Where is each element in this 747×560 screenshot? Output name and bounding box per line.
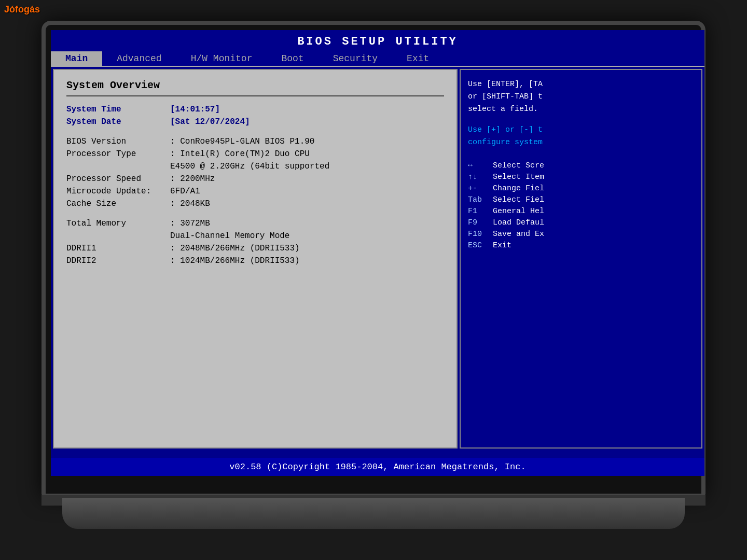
key-plusminus-desc: Change Fiel — [493, 184, 544, 193]
watermark: Jófogás — [4, 4, 40, 15]
nav-exit[interactable]: Exit — [392, 51, 444, 66]
dual-channel-row: Dual-Channel Memory Mode — [66, 231, 444, 241]
spacer1 — [66, 130, 444, 137]
processor-type-row: Processor Type : Intel(R) Core(TM)2 Duo … — [66, 149, 444, 159]
cache-size-row: Cache Size : 2048KB — [66, 199, 444, 208]
processor-speed-row: Processor Speed : 2200MHz — [66, 174, 444, 184]
key-plusminus: +- — [468, 184, 493, 193]
processor-type-value: : Intel(R) Core(TM)2 Duo CPU — [170, 149, 310, 159]
key-f1-desc: General Hel — [493, 207, 544, 216]
nav-main[interactable]: Main — [51, 51, 102, 66]
bios-version-row: BIOS Version : ConRoe945PL-GLAN BIOS P1.… — [66, 137, 444, 146]
spacer2 — [66, 212, 444, 219]
total-memory-row: Total Memory : 3072MB — [66, 219, 444, 228]
microcode-value: 6FD/A1 — [170, 187, 200, 196]
key-row-f9: F9 Load Defaul — [468, 218, 694, 227]
key-f9-desc: Load Defaul — [493, 218, 544, 227]
bios-version-value: : ConRoe945PL-GLAN BIOS P1.90 — [170, 137, 314, 146]
key-esc-desc: Exit — [493, 241, 511, 250]
key-f10: F10 — [468, 230, 493, 239]
help-text-2: Use [+] or [-] t configure system — [468, 124, 694, 149]
total-memory-value: : 3072MB — [170, 219, 210, 228]
bios-version-label: BIOS Version — [66, 137, 170, 146]
bios-title: BIOS SETUP UTILITY — [51, 30, 704, 51]
key-row-esc: ESC Exit — [468, 241, 694, 250]
section-title: System Overview — [66, 79, 444, 91]
key-updown: ↑↓ — [468, 173, 493, 181]
key-legend: ↔ Select Scre ↑↓ Select Item +- Change F… — [468, 161, 694, 250]
system-date-label: System Date — [66, 117, 170, 127]
bios-content: System Overview System Time [14:01:57] S… — [51, 67, 704, 451]
system-date-row: System Date [Sat 12/07/2024] — [66, 117, 444, 127]
nav-advanced[interactable]: Advanced — [102, 51, 176, 66]
key-row-tab: Tab Select Fiel — [468, 195, 694, 204]
key-f9: F9 — [468, 218, 493, 227]
key-updown-desc: Select Item — [493, 173, 544, 181]
key-f1: F1 — [468, 207, 493, 216]
processor-speed-value: : 2200MHz — [170, 174, 215, 184]
key-row-f1: F1 General Hel — [468, 207, 694, 216]
laptop-screen-frame: BIOS SETUP UTILITY Main Advanced H/W Mon… — [42, 21, 706, 498]
help-text-1: Use [ENTER], [TA or [SHIFT-TAB] t select… — [468, 78, 694, 116]
system-time-row: System Time [14:01:57] — [66, 105, 444, 114]
system-time-value[interactable]: [14:01:57] — [170, 105, 220, 114]
key-f10-desc: Save and Ex — [493, 230, 544, 239]
key-tab-desc: Select Fiel — [493, 195, 544, 204]
bios-nav: Main Advanced H/W Monitor Boot Security … — [51, 51, 704, 67]
ddrii1-row: DDRII1 : 2048MB/266MHz (DDRII533) — [66, 244, 444, 253]
processor-speed-label: Processor Speed — [66, 174, 170, 184]
dual-channel-value: Dual-Channel Memory Mode — [170, 231, 289, 241]
key-row-updown: ↑↓ Select Item — [468, 173, 694, 181]
key-tab: Tab — [468, 195, 493, 204]
ddrii1-value: : 2048MB/266MHz (DDRII533) — [170, 244, 300, 253]
bios-statusbar: v02.58 (C)Copyright 1985-2004, American … — [51, 458, 704, 476]
ddrii2-label: DDRII2 — [66, 256, 170, 265]
key-row-f10: F10 Save and Ex — [468, 230, 694, 239]
watermark-fogas: fogás — [15, 4, 40, 15]
processor-type-value2: E4500 @ 2.20GHz (64bit supported — [170, 162, 329, 171]
system-date-value[interactable]: [Sat 12/07/2024] — [170, 117, 250, 127]
nav-boot[interactable]: Boot — [267, 51, 318, 66]
bios-right-panel: Use [ENTER], [TA or [SHIFT-TAB] t select… — [460, 69, 702, 449]
laptop-base: hp — [62, 498, 685, 529]
ddrii1-label: DDRII1 — [66, 244, 170, 253]
cache-size-value: : 2048KB — [170, 199, 210, 208]
key-row-arrow: ↔ Select Scre — [468, 161, 694, 170]
watermark-jo: Jó — [4, 4, 15, 15]
nav-hwmonitor[interactable]: H/W Monitor — [176, 51, 267, 66]
ddrii2-value: : 1024MB/266MHz (DDRII533) — [170, 256, 300, 265]
processor-type-row2: E4500 @ 2.20GHz (64bit supported — [66, 162, 444, 171]
cache-size-label: Cache Size — [66, 199, 170, 208]
key-leftright-desc: Select Scre — [493, 161, 544, 170]
microcode-row: Microcode Update: 6FD/A1 — [66, 187, 444, 196]
ddrii2-row: DDRII2 : 1024MB/266MHz (DDRII533) — [66, 256, 444, 265]
bios-screen: BIOS SETUP UTILITY Main Advanced H/W Mon… — [51, 30, 704, 476]
microcode-label: Microcode Update: — [66, 187, 170, 196]
section-divider — [66, 95, 444, 96]
nav-security[interactable]: Security — [319, 51, 392, 66]
system-time-label: System Time — [66, 105, 170, 114]
key-leftright: ↔ — [468, 161, 493, 170]
processor-type-label: Processor Type — [66, 149, 170, 159]
bios-left-panel: System Overview System Time [14:01:57] S… — [53, 69, 458, 449]
total-memory-label: Total Memory — [66, 219, 170, 228]
key-row-plusminus: +- Change Fiel — [468, 184, 694, 193]
key-esc: ESC — [468, 241, 493, 250]
